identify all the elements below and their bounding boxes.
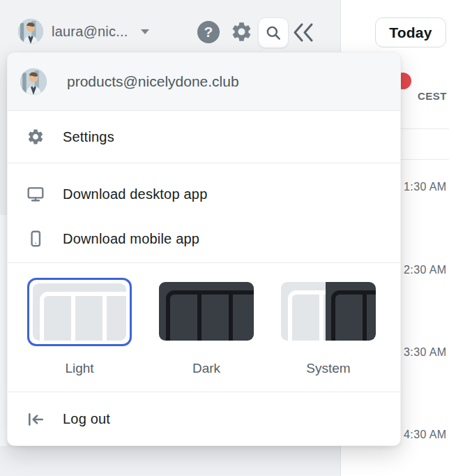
menu-item-label: Download mobile app: [63, 231, 199, 247]
menu-item-label: Settings: [63, 129, 114, 145]
search-icon: [264, 24, 282, 42]
menu-divider: [8, 262, 400, 263]
collapse-sidebar-icon[interactable]: [291, 22, 316, 43]
theme-label-system[interactable]: System: [280, 361, 377, 376]
time-gutter-label: 3:30 AM: [404, 346, 447, 359]
menu-item-download-desktop[interactable]: Download desktop app: [8, 172, 400, 216]
gear-icon: [26, 128, 45, 146]
sidebar-section-background: [0, 215, 7, 446]
menu-account-header[interactable]: products@nicelydone.club: [8, 53, 400, 111]
desktop-icon: [26, 185, 45, 203]
theme-option-system[interactable]: [281, 282, 376, 341]
account-email: products@nicelydone.club: [67, 73, 239, 90]
time-gutter-label: 4:30 AM: [404, 429, 447, 441]
menu-item-label: Log out: [63, 411, 110, 427]
avatar[interactable]: [18, 19, 43, 44]
logout-icon: [26, 410, 45, 429]
theme-label-light[interactable]: Light: [31, 361, 128, 376]
theme-label-dark[interactable]: Dark: [158, 361, 255, 376]
settings-gear-icon[interactable]: [230, 20, 253, 43]
system-theme-dark-half: [326, 282, 376, 341]
time-gutter-label: 1:30 AM: [404, 181, 447, 193]
light-theme-thumbnail: [33, 283, 126, 341]
timezone-label: CEST: [418, 90, 447, 102]
account-dropdown-menu: products@nicelydone.club Settings Downlo…: [7, 52, 401, 446]
chevron-down-icon[interactable]: [141, 29, 149, 34]
account-switcher-label[interactable]: laura@nic...: [52, 24, 128, 40]
menu-item-settings[interactable]: Settings: [8, 111, 400, 163]
system-theme-thumbnail: [281, 282, 376, 341]
avatar: [20, 68, 47, 95]
dark-theme-thumbnail: [159, 282, 254, 341]
app-window: laura@nic... ? Today CEST 1:30 AM 2:30 A…: [0, 0, 449, 476]
menu-item-label: Download desktop app: [63, 186, 207, 202]
menu-item-download-mobile[interactable]: Download mobile app: [8, 216, 400, 261]
sidebar-item-all-tasks[interactable]: ✓ All Tasks: [0, 446, 340, 476]
mobile-icon: [26, 230, 45, 248]
theme-option-dark[interactable]: [159, 282, 254, 341]
search-button[interactable]: [258, 17, 289, 48]
time-gutter-label: 2:30 AM: [404, 264, 447, 276]
menu-item-logout[interactable]: Log out: [8, 392, 400, 446]
today-button[interactable]: Today: [375, 17, 446, 47]
theme-option-light[interactable]: [27, 278, 132, 346]
help-icon[interactable]: ?: [197, 21, 220, 43]
